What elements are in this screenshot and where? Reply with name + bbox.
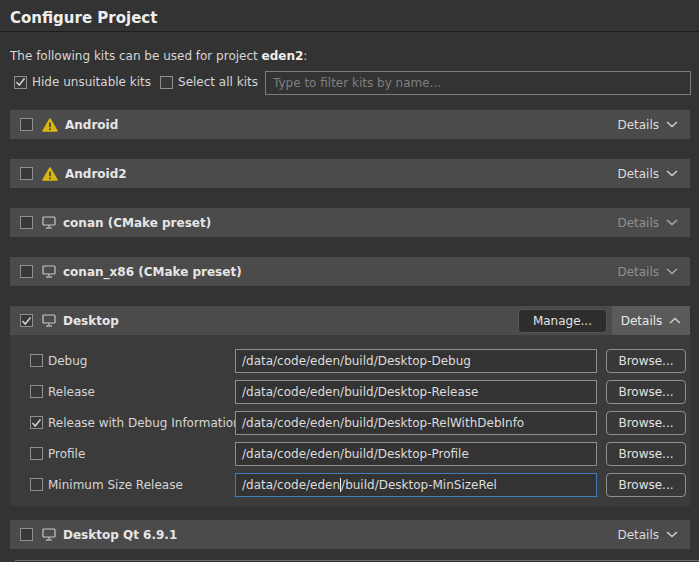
details-label: Details bbox=[617, 265, 659, 279]
build-dir-path-before-cursor: /data/code/eden bbox=[242, 478, 340, 492]
config-label[interactable]: Release with Debug Information bbox=[48, 411, 241, 435]
build-dir-input-release[interactable]: /data/code/eden/build/Desktop-Release bbox=[235, 380, 597, 404]
chevron-down-icon bbox=[666, 219, 678, 226]
chevron-down-icon bbox=[666, 531, 678, 538]
kit-checkbox-conan-x86[interactable] bbox=[20, 265, 33, 278]
browse-button-profile[interactable]: Browse... bbox=[606, 442, 686, 466]
desktop-monitor-icon bbox=[42, 314, 56, 327]
hide-unsuitable-kits-checkbox-group: Hide unsuitable kits bbox=[14, 75, 151, 89]
build-dir-path: /data/code/eden/build/Desktop-Profile bbox=[242, 447, 469, 461]
project-name: eden2 bbox=[262, 49, 304, 63]
details-label: Details bbox=[617, 167, 659, 181]
select-all-kits-checkbox[interactable] bbox=[160, 76, 173, 89]
browse-button-minsizerel[interactable]: Browse... bbox=[606, 473, 686, 497]
select-all-kits-checkbox-group: Select all kits bbox=[160, 75, 258, 89]
browse-button-release[interactable]: Browse... bbox=[606, 380, 686, 404]
build-dir-path: /data/code/eden/build/Desktop-Debug bbox=[242, 354, 471, 368]
kit-checkbox-android[interactable] bbox=[20, 118, 33, 131]
details-label: Details bbox=[617, 528, 659, 542]
build-config-row-minsizerel: Minimum Size Release /data/code/eden/bui… bbox=[10, 473, 690, 497]
build-dir-input-relwithdebinfo[interactable]: /data/code/eden/build/Desktop-RelWithDeb… bbox=[235, 411, 597, 435]
build-dir-input-profile[interactable]: /data/code/eden/build/Desktop-Profile bbox=[235, 442, 597, 466]
kit-name: conan (CMake preset) bbox=[63, 216, 211, 230]
config-checkbox-profile[interactable] bbox=[30, 447, 43, 460]
chevron-down-icon bbox=[666, 170, 678, 177]
kit-name: Android2 bbox=[65, 167, 127, 181]
browse-button-relwithdebinfo[interactable]: Browse... bbox=[606, 411, 686, 435]
details-button-android2[interactable]: Details bbox=[605, 159, 690, 188]
intro-prefix: The following kits can be used for proje… bbox=[10, 49, 262, 63]
build-config-row-profile: Profile /data/code/eden/build/Desktop-Pr… bbox=[10, 442, 690, 466]
check-icon bbox=[21, 316, 32, 326]
next-widget-top-edge bbox=[15, 560, 699, 561]
details-button-conan-x86[interactable]: Details bbox=[605, 257, 690, 286]
desktop-kit-details-panel: Debug /data/code/eden/build/Desktop-Debu… bbox=[10, 335, 690, 506]
kit-row-conan[interactable]: conan (CMake preset) Details bbox=[10, 208, 690, 237]
config-label[interactable]: Release bbox=[48, 380, 95, 404]
warning-icon bbox=[42, 118, 58, 132]
build-config-row-relwithdebinfo: Release with Debug Information /data/cod… bbox=[10, 411, 690, 435]
select-all-kits-label[interactable]: Select all kits bbox=[178, 75, 258, 89]
desktop-monitor-icon bbox=[42, 265, 56, 278]
kit-row-desktop-qt[interactable]: Desktop Qt 6.9.1 Details bbox=[10, 520, 690, 549]
build-dir-path-after-cursor: /build/Desktop-MinSizeRel bbox=[341, 478, 497, 492]
kit-checkbox-desktop-qt[interactable] bbox=[20, 528, 33, 541]
hide-unsuitable-kits-label[interactable]: Hide unsuitable kits bbox=[32, 75, 151, 89]
details-button-desktop[interactable]: Details bbox=[612, 306, 690, 335]
kit-name: conan_x86 (CMake preset) bbox=[63, 265, 242, 279]
config-label[interactable]: Debug bbox=[48, 349, 87, 373]
details-label: Details bbox=[617, 216, 659, 230]
details-button-desktop-qt[interactable]: Details bbox=[605, 520, 690, 549]
config-checkbox-minsizerel[interactable] bbox=[30, 478, 43, 491]
kit-name: Desktop Qt 6.9.1 bbox=[63, 528, 177, 542]
check-icon bbox=[15, 77, 26, 87]
desktop-monitor-icon bbox=[42, 216, 56, 229]
config-checkbox-relwithdebinfo[interactable] bbox=[30, 416, 43, 429]
warning-icon bbox=[42, 167, 58, 181]
kit-row-android[interactable]: Android Details bbox=[10, 110, 690, 139]
kit-checkbox-desktop[interactable] bbox=[20, 314, 33, 327]
kit-name: Desktop bbox=[63, 314, 119, 328]
kit-checkbox-conan[interactable] bbox=[20, 216, 33, 229]
build-config-row-debug: Debug /data/code/eden/build/Desktop-Debu… bbox=[10, 349, 690, 373]
config-label[interactable]: Minimum Size Release bbox=[48, 473, 183, 497]
intro-suffix: : bbox=[303, 49, 307, 63]
chevron-up-icon bbox=[669, 317, 681, 324]
desktop-monitor-icon bbox=[42, 528, 56, 541]
details-button-conan[interactable]: Details bbox=[605, 208, 690, 237]
manage-kits-button[interactable]: Manage... bbox=[518, 309, 607, 333]
details-label: Details bbox=[617, 118, 659, 132]
kit-checkbox-android2[interactable] bbox=[20, 167, 33, 180]
header-separator bbox=[0, 31, 699, 32]
page-title: Configure Project bbox=[10, 9, 157, 27]
check-icon bbox=[31, 418, 42, 428]
build-dir-input-minsizerel[interactable]: /data/code/eden/build/Desktop-MinSizeRel bbox=[235, 473, 597, 497]
browse-button-debug[interactable]: Browse... bbox=[606, 349, 686, 373]
config-checkbox-debug[interactable] bbox=[30, 354, 43, 367]
kit-name: Android bbox=[65, 118, 118, 132]
build-dir-path: /data/code/eden/build/Desktop-Release bbox=[242, 385, 478, 399]
config-checkbox-release[interactable] bbox=[30, 385, 43, 398]
intro-text: The following kits can be used for proje… bbox=[10, 49, 307, 63]
kit-filter-controls: Hide unsuitable kits Select all kits bbox=[14, 75, 258, 89]
hide-unsuitable-kits-checkbox[interactable] bbox=[14, 76, 27, 89]
details-label: Details bbox=[621, 314, 663, 328]
chevron-down-icon bbox=[666, 268, 678, 275]
kit-row-conan-x86[interactable]: conan_x86 (CMake preset) Details bbox=[10, 257, 690, 286]
build-config-row-release: Release /data/code/eden/build/Desktop-Re… bbox=[10, 380, 690, 404]
kit-filter-input[interactable] bbox=[265, 71, 691, 95]
chevron-down-icon bbox=[666, 121, 678, 128]
build-dir-path: /data/code/eden/build/Desktop-RelWithDeb… bbox=[242, 416, 524, 430]
config-label[interactable]: Profile bbox=[48, 442, 85, 466]
build-dir-input-debug[interactable]: /data/code/eden/build/Desktop-Debug bbox=[235, 349, 597, 373]
kit-row-android2[interactable]: Android2 Details bbox=[10, 159, 690, 188]
kit-row-desktop[interactable]: Desktop Manage... Details bbox=[10, 306, 690, 335]
configure-project-page: Configure Project The following kits can… bbox=[0, 0, 699, 562]
details-button-android[interactable]: Details bbox=[605, 110, 690, 139]
